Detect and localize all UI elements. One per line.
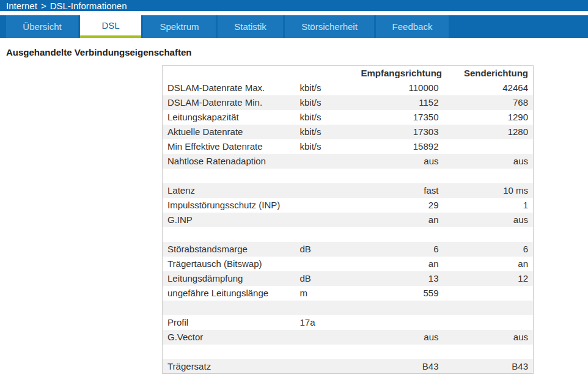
row-label: Impulsstörungsschutz (INP)	[163, 198, 295, 213]
tab-dsl[interactable]: DSL	[80, 15, 141, 38]
page-title: Ausgehandelte Verbindungseigenschaften	[6, 47, 582, 57]
row-unit	[295, 301, 356, 315]
tab-bar: ÜbersichtDSLSpektrumStatistikStörsicherh…	[0, 15, 588, 38]
row-unit: kbit/s	[295, 110, 356, 125]
row-label: G.INP	[163, 213, 295, 227]
row-value-rx	[356, 315, 444, 330]
main-content: Ausgehandelte Verbindungseigenschaften E…	[0, 47, 588, 374]
row-value-tx	[444, 301, 534, 315]
row-value-tx	[444, 315, 534, 330]
table-row: Profil17a	[163, 315, 534, 330]
table-row: G.Vectorausaus	[163, 330, 534, 345]
row-value-tx	[444, 345, 534, 359]
row-label: Min Effektive Datenrate	[163, 139, 295, 154]
row-value-rx	[356, 345, 444, 359]
row-label	[163, 169, 295, 183]
table-spacer-row	[163, 169, 534, 183]
row-unit: kbit/s	[295, 95, 356, 110]
row-value-rx	[356, 301, 444, 315]
tab-uebersicht[interactable]: Übersicht	[6, 15, 78, 38]
row-unit	[295, 227, 356, 242]
tab-label: Statistik	[234, 21, 266, 32]
row-label: G.Vector	[163, 330, 295, 345]
table-row: Leitungskapazitätkbit/s173501290	[163, 110, 534, 125]
row-value-tx: 768	[444, 95, 534, 110]
tab-label: Spektrum	[160, 21, 199, 32]
row-label: Leitungskapazität	[163, 110, 295, 125]
row-unit: 17a	[295, 315, 356, 330]
column-header-senderichtung: Senderichtung	[444, 66, 534, 81]
breadcrumb-bar: Internet > DSL-Informationen	[0, 0, 588, 11]
breadcrumb-page: DSL-Informationen	[50, 1, 127, 11]
row-value-tx: 10 ms	[444, 183, 534, 198]
row-label: Profil	[163, 315, 295, 330]
row-value-rx: 15892	[356, 139, 444, 154]
row-value-tx: B43	[444, 359, 534, 374]
row-unit	[295, 169, 356, 183]
table-row: Aktuelle Datenratekbit/s173031280	[163, 125, 534, 139]
table-row: Impulsstörungsschutz (INP)291	[163, 198, 534, 213]
row-value-tx: aus	[444, 330, 534, 345]
row-label: DSLAM-Datenrate Min.	[163, 95, 295, 110]
tab-spektrum[interactable]: Spektrum	[143, 15, 216, 38]
table-spacer-row	[163, 301, 534, 315]
row-label: DSLAM-Datenrate Max.	[163, 81, 295, 95]
row-value-rx: an	[356, 257, 444, 271]
row-value-rx: 110000	[356, 81, 444, 95]
row-value-rx: 29	[356, 198, 444, 213]
table-row: Latenzfast10 ms	[163, 183, 534, 198]
row-value-tx: 12	[444, 271, 534, 286]
table-row: G.INPanaus	[163, 213, 534, 227]
tab-stoersicherheit[interactable]: Störsicherheit	[285, 15, 374, 38]
row-value-rx: aus	[356, 330, 444, 345]
topbar-divider	[0, 11, 588, 15]
row-label: Trägertausch (Bitswap)	[163, 257, 295, 271]
tab-label: Feedback	[392, 21, 433, 32]
table-row: TrägersatzB43B43	[163, 359, 534, 374]
tab-label: Übersicht	[23, 21, 61, 32]
tab-label: DSL	[101, 20, 119, 31]
row-value-tx: 1290	[444, 110, 534, 125]
connection-properties-table: Empfangsrichtung Senderichtung DSLAM-Dat…	[162, 65, 534, 374]
row-label: Aktuelle Datenrate	[163, 125, 295, 139]
row-value-rx	[356, 227, 444, 242]
tab-statistik[interactable]: Statistik	[218, 15, 283, 38]
row-value-rx: 6	[356, 242, 444, 257]
table-row: Trägertausch (Bitswap)anan	[163, 257, 534, 271]
breadcrumb-separator: >	[41, 1, 46, 11]
row-value-rx: fast	[356, 183, 444, 198]
row-label	[163, 345, 295, 359]
row-unit: dB	[295, 271, 356, 286]
row-unit: kbit/s	[295, 125, 356, 139]
row-unit	[295, 345, 356, 359]
row-label: Latenz	[163, 183, 295, 198]
row-unit: kbit/s	[295, 81, 356, 95]
row-value-tx: 42464	[444, 81, 534, 95]
column-header-label	[163, 66, 295, 81]
table-spacer-row	[163, 227, 534, 242]
table-row: StörabstandsmargedB66	[163, 242, 534, 257]
table-row: Nahtlose Ratenadaptionausaus	[163, 154, 534, 169]
row-label: Störabstandsmarge	[163, 242, 295, 257]
row-unit	[295, 330, 356, 345]
row-value-tx: 1280	[444, 125, 534, 139]
row-value-rx: B43	[356, 359, 444, 374]
row-value-tx: aus	[444, 213, 534, 227]
tab-feedback[interactable]: Feedback	[376, 15, 449, 38]
row-label	[163, 227, 295, 242]
row-value-tx: an	[444, 257, 534, 271]
breadcrumb-section[interactable]: Internet	[6, 1, 37, 11]
row-value-rx: 17303	[356, 125, 444, 139]
row-label	[163, 301, 295, 315]
row-value-rx: 13	[356, 271, 444, 286]
row-unit: kbit/s	[295, 139, 356, 154]
tab-label: Störsicherheit	[301, 21, 358, 32]
row-value-rx	[356, 169, 444, 183]
row-unit	[295, 154, 356, 169]
table-row: Min Effektive Datenratekbit/s15892	[163, 139, 534, 154]
row-unit	[295, 213, 356, 227]
row-value-tx	[444, 286, 534, 301]
row-value-tx: 6	[444, 242, 534, 257]
table-header-row: Empfangsrichtung Senderichtung	[163, 66, 534, 81]
row-unit	[295, 257, 356, 271]
